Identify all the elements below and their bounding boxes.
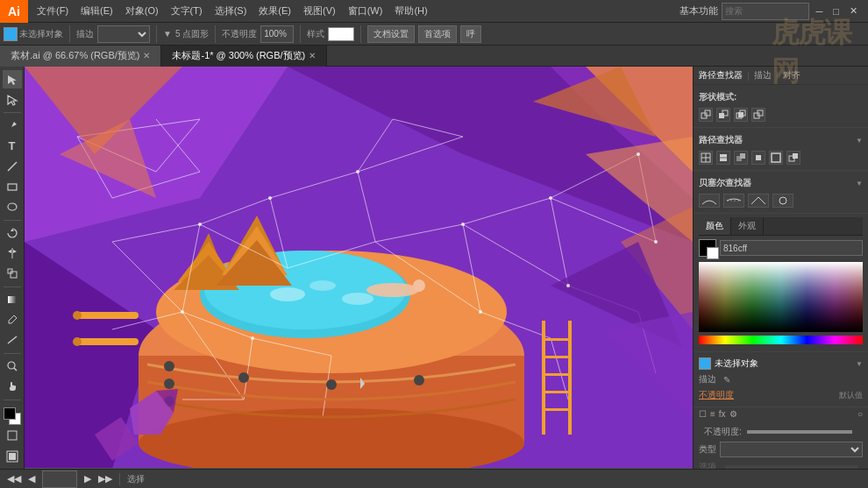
fill-color-indicator[interactable] xyxy=(699,239,716,257)
nav-arrow-left[interactable]: ◀ xyxy=(28,473,35,484)
svg-rect-131 xyxy=(756,155,761,160)
tool-eyedropper[interactable] xyxy=(3,311,22,329)
minus-back-btn[interactable] xyxy=(786,151,800,165)
search-input[interactable] xyxy=(722,3,809,20)
close-button[interactable]: ✕ xyxy=(846,5,861,17)
bezier-btn4[interactable] xyxy=(772,194,793,208)
bezier-btn2[interactable] xyxy=(723,194,744,208)
tab1-close[interactable]: ✕ xyxy=(143,51,150,60)
outline-btn[interactable] xyxy=(769,151,783,165)
style-box[interactable] xyxy=(328,27,354,41)
maximize-button[interactable]: □ xyxy=(829,6,843,17)
toolbar: 未选择对象 描边 ▼ 5 点圆形 不透明度 样式 文档设置 首选项 呼 xyxy=(0,23,868,46)
checkbox-icon[interactable]: ☐ xyxy=(699,409,707,419)
nav-arrows-left[interactable]: ◀◀ xyxy=(7,473,21,484)
tool-zoom[interactable] xyxy=(3,357,22,376)
tool-reflect[interactable] xyxy=(3,244,22,263)
menu-help[interactable]: 帮助(H) xyxy=(389,3,432,19)
opacity-input[interactable] xyxy=(260,25,294,43)
menu-window[interactable]: 窗口(W) xyxy=(343,3,388,19)
tool-selection[interactable] xyxy=(3,70,22,88)
panel-scroll-area[interactable]: 形状模式: xyxy=(694,85,868,469)
color-gradient-picker[interactable] xyxy=(699,262,863,332)
preferences-button[interactable]: 首选项 xyxy=(418,25,457,43)
shape-modes-row xyxy=(699,106,863,124)
option1-slider[interactable] xyxy=(725,465,857,469)
tool-separator-4 xyxy=(4,353,21,354)
workspace-label: 基本功能 xyxy=(679,4,718,18)
tab2-close[interactable]: ✕ xyxy=(309,51,316,60)
opacity-text: 不透明度: xyxy=(704,426,742,438)
tool-screen-mode[interactable] xyxy=(3,447,22,465)
opacity-section: 不透明度: xyxy=(699,424,863,440)
bezier-btn1[interactable] xyxy=(699,194,720,208)
nav-arrow-right[interactable]: ▶ xyxy=(84,473,91,484)
color-section: 颜色 外观 816cff xyxy=(694,214,868,352)
tool-draw-mode[interactable] xyxy=(3,427,22,445)
fx-label[interactable]: fx xyxy=(719,409,726,419)
tool-measure[interactable] xyxy=(3,331,22,350)
panel-nav: 路径查找器 | 描边 | 对齐 xyxy=(694,67,868,85)
color-tab[interactable]: 颜色 xyxy=(699,217,731,235)
hex-color-input[interactable]: 816cff xyxy=(720,240,863,256)
exclude-btn[interactable] xyxy=(751,108,765,122)
tab-file1[interactable]: 素材.ai @ 66.67% (RGB/预览) ✕ xyxy=(0,46,161,67)
print-button[interactable]: 呼 xyxy=(460,25,481,43)
panel-nav-pathfinder[interactable]: 路径查找器 xyxy=(699,69,743,81)
canvas-area[interactable] xyxy=(25,67,693,469)
merge-btn[interactable] xyxy=(734,151,748,165)
panel-nav-stroke[interactable]: 描边 xyxy=(754,69,772,81)
menu-type[interactable]: 文字(T) xyxy=(166,3,208,19)
tool-gradient[interactable] xyxy=(3,291,22,309)
clock-icon[interactable]: ○ xyxy=(857,409,863,419)
eye-icon[interactable]: ≡ xyxy=(710,409,715,419)
stroke-color-indicator[interactable] xyxy=(707,247,719,259)
unite-btn[interactable] xyxy=(699,108,713,122)
intersect-btn[interactable] xyxy=(734,108,748,122)
menu-edit[interactable]: 编辑(E) xyxy=(75,3,118,19)
stroke-select[interactable] xyxy=(97,25,150,43)
type-select[interactable] xyxy=(720,442,863,457)
minimize-button[interactable]: ─ xyxy=(813,6,827,17)
tool-line[interactable] xyxy=(3,157,22,175)
panel-nav-align[interactable]: 对齐 xyxy=(783,69,800,81)
zoom-input[interactable]: 300% xyxy=(42,470,77,488)
edit-icon[interactable]: ✎ xyxy=(723,375,730,385)
tool-type[interactable]: T xyxy=(3,137,22,155)
svg-point-105 xyxy=(268,196,272,200)
tool-direct-select[interactable] xyxy=(3,90,22,109)
crop-btn[interactable] xyxy=(751,151,765,165)
menu-select[interactable]: 选择(S) xyxy=(210,3,253,19)
fill-swatch[interactable] xyxy=(4,407,16,420)
fill-color-box[interactable] xyxy=(4,27,18,41)
nav-arrows-right[interactable]: ▶▶ xyxy=(98,473,112,484)
tool-rotate[interactable] xyxy=(3,223,22,242)
ai-logo-button[interactable]: Ai xyxy=(0,0,28,23)
object-expand[interactable]: ▼ xyxy=(856,360,863,368)
tool-pen[interactable] xyxy=(3,117,22,135)
tab-file2[interactable]: 未标题-1* @ 300% (RGB/预览) ✕ xyxy=(161,46,327,67)
tool-ellipse[interactable] xyxy=(3,197,22,216)
divide-btn[interactable] xyxy=(699,151,713,165)
option1-row: 选项 xyxy=(699,459,863,469)
tool-scale[interactable] xyxy=(3,265,22,283)
bezier-expand[interactable]: ▼ xyxy=(856,180,863,187)
opacity-slider[interactable] xyxy=(747,430,852,434)
settings-icon[interactable]: ⚙ xyxy=(729,409,737,419)
tool-rect[interactable] xyxy=(3,177,22,195)
appearance-tab-secondary[interactable]: 外观 xyxy=(731,217,764,235)
hue-slider[interactable] xyxy=(699,336,863,344)
minus-front-btn[interactable] xyxy=(716,108,730,122)
tool-hand[interactable] xyxy=(3,378,22,396)
menu-file[interactable]: 文件(F) xyxy=(32,3,74,19)
bezier-btn3[interactable] xyxy=(748,194,769,208)
menu-object[interactable]: 对象(O) xyxy=(120,3,164,19)
right-panel: 路径查找器 | 描边 | 对齐 形状模式: xyxy=(693,67,868,469)
menu-view[interactable]: 视图(V) xyxy=(298,3,341,19)
pathfinder-expand[interactable]: ▼ xyxy=(856,137,863,145)
svg-point-98 xyxy=(73,337,82,346)
doc-settings-button[interactable]: 文档设置 xyxy=(367,25,415,43)
object-color-swatch[interactable] xyxy=(699,357,711,370)
trim-btn[interactable] xyxy=(716,151,730,165)
menu-effect[interactable]: 效果(E) xyxy=(253,3,296,19)
